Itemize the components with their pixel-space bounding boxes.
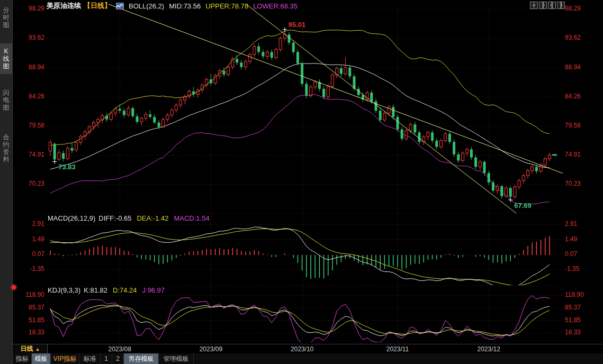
macd-dea-value: DEA:-1.42 [137,214,168,222]
chart-application: 分 时 图K 线 图闪 电 图合 约 资 料 美原油连续 【日线】 BOLL(2… [0,0,603,364]
kdj-header: KDJ(9,3,3) K:81.82 D:74.24 J:96.97 [48,286,165,294]
macd-diff-value: DIFF:-0.65 [98,214,131,222]
axis-zoom-out-icon[interactable]: ╣ [548,2,556,9]
x-axis-label: 2023/10 [291,345,313,353]
up-triangle-icon: ▲ [35,347,40,352]
toolbar-item-3[interactable]: VIP指标 [51,353,79,364]
toolbar-item-2[interactable]: 模板 [32,353,51,364]
shift-right-icon[interactable]: ╟ [557,2,565,9]
x-axis-label: 2023/11 [386,345,409,353]
x-axis-label: 2023/08 [108,345,131,353]
symbol-title: 美原油连续 [47,1,81,11]
x-axis-label: 2023/09 [200,345,222,353]
kdj-k-value: K:81.82 [84,286,107,294]
boll-mid-value: MID:73.56 [169,2,201,10]
macd-label: MACD(26,12,9) [48,214,95,222]
sidebar-tab-3[interactable]: 闪 电 图 [0,85,12,115]
toolbar-item-4[interactable]: 标准 [79,353,101,364]
period-tag: 【日线】 [84,1,111,11]
x-axis-row: 日线 ▲ 2023/082023/092023/102023/112023/12 [13,344,603,354]
sidebar: 分 时 图K 线 图闪 电 图合 约 资 料 [0,0,13,364]
chart-toolbar-icons: ┼╠╣╟ [530,2,565,9]
period-selector-label: 日线 [21,344,33,353]
sidebar-tab-2[interactable]: K 线 图 [0,43,12,74]
crosshair-icon[interactable]: ┼ [530,2,538,9]
boll-upper-value: UPPER:78.78 [205,2,248,10]
pane-marker-dot [12,285,16,289]
mini-chart-icon [116,3,124,10]
boll-lower-value: LOWER:68.35 [253,2,298,10]
axis-zoom-in-icon[interactable]: ╠ [539,2,547,9]
period-selector[interactable]: 日线 ▲ [13,344,48,353]
x-axis-label: 2023/12 [477,345,500,353]
chart-header: 美原油连续 【日线】 BOLL(26,2) MID:73.56 UPPER:78… [47,2,298,10]
chart-canvas[interactable] [0,0,603,364]
sidebar-tab-4[interactable]: 合 约 资 料 [0,129,12,167]
toolbar-item-6[interactable]: 2 [112,353,124,364]
kdj-j-value: J:96.97 [142,286,165,294]
toolbar-item-7[interactable]: 另存模板 [124,353,159,364]
toolbar-item-1[interactable]: 指标 [13,353,32,364]
kdj-label: KDJ(9,3,3) [48,286,80,294]
macd-macd-value: MACD:1.54 [174,214,209,222]
kdj-d-value: D:74.24 [113,286,137,294]
toolbar-item-5[interactable]: 1 [101,353,112,364]
toolbar-item-8[interactable]: 管理模板 [159,353,194,364]
boll-label: BOLL(26,2) [129,2,164,10]
bottom-toolbar: 指标模板VIP指标标准12另存模板管理模板 [13,353,603,364]
macd-header: MACD(26,12,9) DIFF:-0.65 DEA:-1.42 MACD:… [48,214,210,222]
sidebar-tab-1[interactable]: 分 时 图 [0,2,12,33]
